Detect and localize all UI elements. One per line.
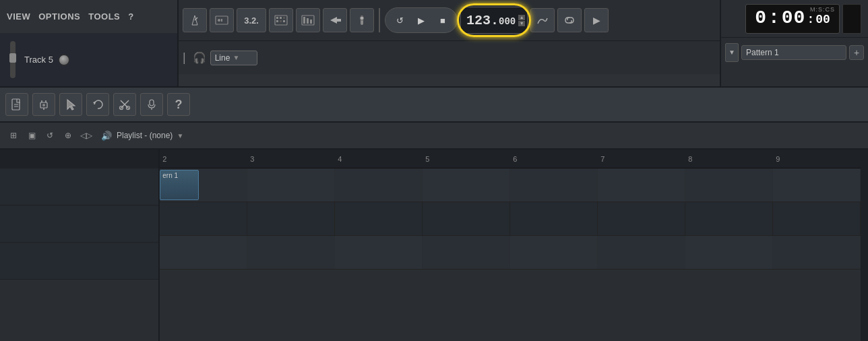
speaker-icon: 🔊 xyxy=(101,131,112,141)
menu-tools[interactable]: TOOLS xyxy=(88,11,120,22)
track-list xyxy=(0,150,160,341)
timeline-num-2: 2 xyxy=(160,155,247,163)
grid-cell-2-2[interactable] xyxy=(247,202,335,235)
grid-cell-2-3[interactable] xyxy=(335,202,423,235)
svg-rect-4 xyxy=(221,19,222,22)
svg-rect-11 xyxy=(280,20,282,22)
grid-cell-2-7[interactable] xyxy=(685,202,773,235)
pl-volume-btn[interactable]: ◁▷ xyxy=(78,127,94,144)
plugin-btn[interactable] xyxy=(32,93,55,116)
playlist-name: Playlist - (none) xyxy=(117,131,173,140)
grid-cell-1-3[interactable] xyxy=(335,168,423,202)
grid-cell-3-3[interactable] xyxy=(335,236,423,269)
time-sig-btn[interactable] xyxy=(210,8,234,32)
play-btn[interactable]: ▶ xyxy=(411,10,431,30)
grid-cell-3-6[interactable] xyxy=(598,236,685,269)
grid-cell-2-1[interactable] xyxy=(160,202,247,235)
bpm-display[interactable]: 123.000 ▲ ▼ xyxy=(460,7,528,34)
menu-options[interactable]: OPTIONS xyxy=(38,11,80,22)
time-seconds: 00 xyxy=(815,13,830,26)
svg-marker-27 xyxy=(67,100,75,110)
cursor-btn[interactable] xyxy=(59,93,82,116)
link-btn[interactable] xyxy=(557,8,582,32)
undo-btn[interactable] xyxy=(86,93,109,116)
pattern-btn[interactable] xyxy=(269,8,293,32)
svg-rect-9 xyxy=(283,17,285,19)
grid-cell-1-2[interactable] xyxy=(247,168,335,202)
svg-rect-10 xyxy=(283,20,285,22)
separator-1 xyxy=(379,8,380,32)
grid-cell-3-5[interactable] xyxy=(510,236,598,269)
level-bar xyxy=(842,4,861,34)
svg-rect-33 xyxy=(150,100,154,106)
playlist-dropdown-arrow[interactable]: ▼ xyxy=(177,132,183,140)
pl-zoom-btn[interactable]: ⊕ xyxy=(60,127,76,144)
bpm-up-btn[interactable]: ▲ xyxy=(518,15,525,20)
pl-snap-btn[interactable]: ⊞ xyxy=(5,127,22,144)
grid-cell-3-4[interactable] xyxy=(423,236,510,269)
pattern-clip[interactable]: ern 1 xyxy=(160,170,199,200)
pattern-name: Pattern 1 xyxy=(746,48,779,57)
grid-timeline: 2 3 4 5 6 7 8 9 xyxy=(160,150,861,168)
line-dropdown[interactable]: Line ▼ xyxy=(210,51,257,65)
help-icon: ? xyxy=(175,98,183,112)
transport-group: ↺ ▶ ■ xyxy=(385,7,458,33)
svg-rect-6 xyxy=(276,17,278,19)
volume-slider[interactable] xyxy=(10,41,16,78)
arrow-btn[interactable] xyxy=(323,8,347,32)
main-area: 2 3 4 5 6 7 8 9 ern 1 xyxy=(0,150,868,341)
pattern-dropdown[interactable]: Pattern 1 xyxy=(741,45,846,60)
time-colon-2: : xyxy=(807,13,814,26)
pattern2-btn[interactable] xyxy=(296,8,320,32)
pan-knob[interactable] xyxy=(59,55,69,65)
pl-select-btn[interactable]: ▣ xyxy=(24,127,40,144)
time-display-box: M:S:CS 0 : 00 : 00 xyxy=(745,4,840,34)
svg-point-18 xyxy=(360,16,364,20)
grid-cell-1-4[interactable] xyxy=(423,168,510,202)
pl-loop-btn[interactable]: ↺ xyxy=(42,127,58,144)
svg-rect-15 xyxy=(310,20,312,24)
grid-cell-2-5[interactable] xyxy=(510,202,598,235)
grid-row-1[interactable]: ern 1 xyxy=(160,168,861,202)
grid-cell-1-8[interactable] xyxy=(773,168,861,202)
grid-cell-2-4[interactable] xyxy=(423,202,510,235)
grid-cell-3-7[interactable] xyxy=(685,236,773,269)
new-btn[interactable] xyxy=(5,93,28,116)
nav-right-btn[interactable]: ▶ xyxy=(584,8,609,32)
pattern-dd-left[interactable]: ▼ xyxy=(725,43,739,62)
menu-view[interactable]: VIEW xyxy=(7,11,30,22)
timeline-num-3: 3 xyxy=(247,155,335,163)
metronome-btn[interactable] xyxy=(183,8,207,32)
vertical-scrollbar[interactable] xyxy=(861,150,868,341)
help-btn[interactable]: ? xyxy=(167,93,190,116)
grid-cell-1-6[interactable] xyxy=(598,168,685,202)
add-pattern-btn[interactable]: + xyxy=(849,45,864,60)
track-header xyxy=(0,150,158,168)
grid-cell-1-5[interactable] xyxy=(510,168,598,202)
playlist-grid: 2 3 4 5 6 7 8 9 ern 1 xyxy=(160,150,861,341)
mic-btn[interactable] xyxy=(140,93,163,116)
line-label: Line xyxy=(215,53,230,63)
menu-help[interactable]: ? xyxy=(128,11,133,22)
bpm-display-wrapper: 123.000 ▲ ▼ xyxy=(460,7,528,34)
grid-cell-3-2[interactable] xyxy=(247,236,335,269)
grid-cell-3-1[interactable] xyxy=(160,236,247,269)
curve-btn[interactable] xyxy=(530,8,555,32)
beat-display[interactable]: 3.2. xyxy=(237,8,266,32)
bpm-down-btn[interactable]: ▼ xyxy=(518,21,525,26)
loop-btn[interactable]: ↺ xyxy=(390,10,410,30)
stop-btn[interactable]: ■ xyxy=(433,10,453,30)
track-row-1 xyxy=(0,168,158,206)
grid-cell-2-8[interactable] xyxy=(773,202,861,235)
cut-btn[interactable] xyxy=(113,93,136,116)
mixer-btn[interactable] xyxy=(350,8,374,32)
bpm-value: 123.000 xyxy=(466,13,516,28)
grid-row-3[interactable] xyxy=(160,236,861,270)
controls-bottom: | 🎧 Line ▼ xyxy=(179,40,720,74)
grid-cell-1-7[interactable] xyxy=(685,168,773,202)
timeline-num-5: 5 xyxy=(423,155,510,163)
grid-cell-3-8[interactable] xyxy=(773,236,861,269)
grid-cell-2-6[interactable] xyxy=(598,202,685,235)
playlist-label[interactable]: 🔊 Playlist - (none) ▼ xyxy=(101,131,183,141)
grid-row-2[interactable] xyxy=(160,202,861,236)
